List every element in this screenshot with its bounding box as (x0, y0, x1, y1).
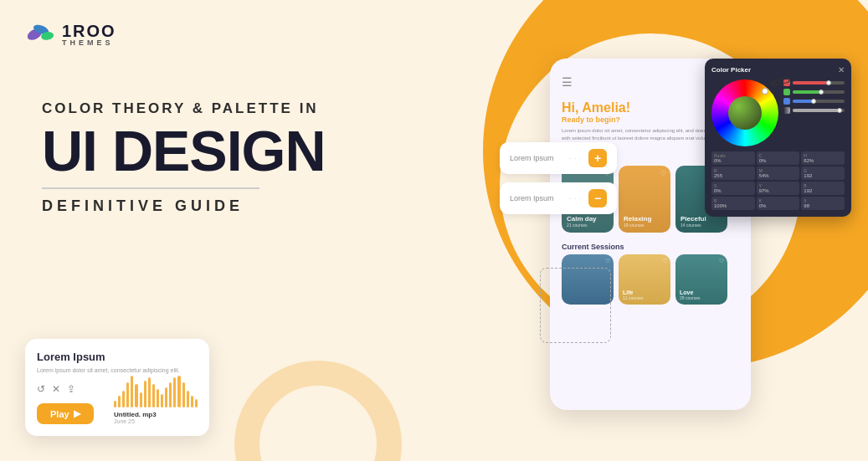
play-label: Play (50, 409, 69, 419)
brand-name: 1ROO (62, 23, 116, 39)
current-count-life: 11 courses (623, 295, 666, 300)
logo: 1ROO THEMES (25, 18, 116, 50)
main-content: COLOR THEORY & PALETTE IN UI DESIGN DEFI… (42, 100, 444, 215)
waveform-bar (122, 391, 125, 407)
logo-icon (25, 18, 57, 50)
waveform-bar (140, 392, 142, 407)
waveform-bar (182, 382, 185, 407)
cp-value-r: 255 (714, 173, 752, 178)
cp-val-x: X 98 (801, 197, 845, 210)
cp-val-h: H 82% (801, 151, 845, 165)
green-fill (793, 90, 821, 94)
cp-val-m: M 54% (757, 166, 800, 180)
track-date: June 25 (114, 418, 198, 424)
alpha-bar[interactable] (793, 109, 845, 112)
close-icon[interactable]: ✕ (838, 65, 845, 74)
color-wheel[interactable] (711, 79, 778, 146)
input-card-minus[interactable]: Lorem Ipsum · · · − (500, 182, 617, 214)
track-name: Untitled. mp3 (114, 411, 198, 418)
play-icon: ▶ (74, 408, 80, 419)
waveform-bar (152, 384, 155, 407)
music-waveform-area: Untitled. mp3 June 25 (114, 374, 198, 424)
cp-value-m: 54% (759, 173, 798, 178)
blue-bar[interactable] (793, 100, 845, 103)
close-icon[interactable]: ✕ (52, 383, 60, 395)
session-name-calm: Calm day (567, 215, 609, 223)
cp-value-b: 192 (804, 188, 842, 193)
cp-value-g: 192 (804, 173, 842, 178)
minus-button[interactable]: − (588, 189, 607, 207)
waveform-bar (131, 376, 133, 407)
repeat-icon[interactable]: ↺ (37, 383, 45, 395)
hero-subtitle: COLOR THEORY & PALETTE IN (42, 100, 444, 117)
blue-thumb (811, 99, 816, 104)
color-wheel-dot (762, 88, 768, 95)
cp-title: Color Picker (711, 66, 751, 74)
current-label: Current Sessions (550, 239, 751, 254)
waveform-bar (191, 396, 193, 407)
heart-icon-relaxing: ♡ (660, 170, 666, 177)
waveform-bar (135, 384, 137, 407)
cp-value-s: 0% (714, 188, 752, 193)
waveform-bar (144, 381, 146, 407)
waveform-bar (187, 391, 189, 407)
waveform-bar (157, 389, 159, 407)
cp-val-s: S 0% (711, 182, 755, 195)
green-bar[interactable] (793, 90, 845, 94)
cp-sliders (783, 79, 845, 146)
waveform-bar (173, 377, 176, 407)
color-picker-card: Color Picker ✕ 🖊 (705, 59, 851, 217)
cp-value-k: 0% (759, 203, 798, 208)
waveform-bar (177, 376, 180, 407)
waveform-bar (161, 394, 163, 407)
red-bar[interactable] (793, 81, 845, 85)
input-cards: Lorem Ipsum · · · + Lorem Ipsum · · · − (500, 142, 617, 214)
cp-slider-red (783, 79, 845, 86)
play-button[interactable]: Play ▶ (37, 403, 94, 424)
cp-val-b: B 192 (801, 182, 845, 195)
cp-val-b2: B 100% (711, 197, 755, 210)
session-card-relaxing[interactable]: ♡ Relaxing 19 courses (619, 166, 670, 233)
red-fill (793, 81, 829, 85)
hero-guide: DEFINITIVE GUIDE (42, 197, 444, 215)
session-name-relaxing: Relaxing (624, 215, 665, 223)
waveform-bar (114, 401, 116, 407)
cp-val-rustic: Rustic 0% (711, 151, 755, 165)
waveform-bar (118, 396, 121, 407)
current-name-love: Love (680, 289, 723, 295)
input-label-1: Lorem Ipsum (510, 154, 562, 162)
session-count-peaceful: 14 courses (681, 223, 722, 228)
heart-icon-blue: ♡ (605, 258, 610, 264)
cp-val-c: C 0% (757, 151, 800, 165)
cp-slider-blue (783, 98, 845, 105)
current-name-life: Life (623, 289, 666, 295)
input-label-2: Lorem Ipsum (510, 194, 562, 202)
plus-button[interactable]: + (588, 149, 607, 167)
waveform-bar (126, 382, 129, 407)
cp-value-y: 97% (759, 188, 798, 193)
waveform-bar (169, 382, 172, 407)
music-card: Lorem Ipsum Lorem ipsum dolor sit amet, … (25, 339, 209, 437)
current-card-life[interactable]: ♡ Life 11 courses (619, 254, 670, 305)
cp-slider-green (783, 89, 845, 95)
cp-values-grid: Rustic 0% C 0% H 82% R 255 M 54% G 192 (711, 151, 845, 210)
current-count-love: 28 courses (680, 295, 723, 300)
music-title: Lorem Ipsum (37, 351, 198, 363)
heart-icon-love: ♡ (719, 258, 724, 264)
cp-value-b2: 100% (714, 203, 752, 208)
logo-text: 1ROO THEMES (62, 23, 116, 47)
waveform-bar (165, 387, 167, 407)
bg-bottom-ring (234, 361, 402, 461)
session-count-relaxing: 19 courses (624, 223, 665, 228)
alpha-fill (793, 109, 840, 112)
menu-icon: ☰ (562, 75, 573, 89)
share-icon[interactable]: ⇪ (67, 383, 75, 395)
cp-val-r: R 255 (711, 166, 755, 180)
current-card-love[interactable]: ♡ Love 28 courses (675, 254, 727, 305)
waveform-bar (195, 399, 198, 407)
cp-value-c: 0% (759, 158, 798, 163)
input-card-plus[interactable]: Lorem Ipsum · · · + (500, 142, 617, 174)
cp-val-k: K 0% (757, 197, 800, 210)
cp-value-rustic: 0% (714, 158, 752, 163)
waveform-bar (148, 377, 151, 407)
